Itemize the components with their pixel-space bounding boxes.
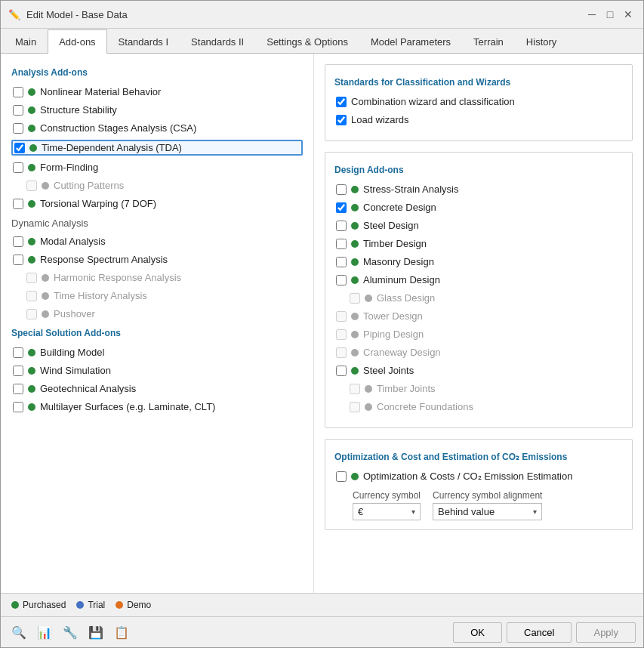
- search-button[interactable]: 🔍: [8, 622, 29, 643]
- list-item: Concrete Design: [334, 201, 623, 214]
- concrete-design-checkbox[interactable]: [336, 202, 347, 213]
- pushover-checkbox[interactable]: [26, 309, 37, 319]
- maximize-button[interactable]: □: [602, 7, 618, 22]
- chevron-down-icon: ▾: [411, 508, 415, 516]
- list-item: Timber Design: [334, 237, 623, 250]
- list-item: Harmonic Response Analysis: [25, 271, 303, 284]
- stress-strain-checkbox[interactable]: [336, 184, 347, 195]
- tda-checkbox[interactable]: [14, 143, 25, 153]
- standards-title: Standards for Classification and Wizards: [334, 77, 623, 88]
- tool-button[interactable]: 🔧: [60, 622, 81, 643]
- design-addons-section: Design Add-ons Stress-Strain Analysis Co…: [325, 152, 633, 428]
- apply-button[interactable]: Apply: [576, 622, 636, 643]
- tab-history[interactable]: History: [515, 29, 568, 54]
- concrete-foundations-checkbox[interactable]: [350, 402, 360, 412]
- craneway-design-label: Craneway Design: [363, 347, 441, 358]
- glass-design-checkbox[interactable]: [350, 293, 360, 304]
- time-history-checkbox[interactable]: [26, 291, 37, 301]
- purchased-dot: [28, 367, 35, 375]
- demo-dot: [42, 182, 49, 190]
- minimize-button[interactable]: ─: [584, 7, 599, 22]
- stress-strain-label: Stress-Strain Analysis: [363, 184, 458, 195]
- close-button[interactable]: ✕: [621, 7, 636, 22]
- demo-legend-dot: [116, 601, 123, 609]
- load-wizards-label: Load wizards: [351, 114, 409, 125]
- currency-symbol-select[interactable]: € ▾: [353, 503, 421, 520]
- bottom-bar: 🔍 📊 🔧 💾 📋 OK Cancel Apply: [1, 616, 643, 647]
- currency-alignment-label: Currency symbol alignment: [433, 490, 542, 501]
- save-button[interactable]: 💾: [85, 622, 106, 643]
- masonry-design-checkbox[interactable]: [336, 257, 347, 267]
- geotechnical-checkbox[interactable]: [13, 384, 23, 394]
- list-item: Pushover: [25, 307, 303, 320]
- building-model-checkbox[interactable]: [13, 347, 23, 358]
- design-addons-title: Design Add-ons: [334, 165, 623, 175]
- left-panel: Analysis Add-ons Nonlinear Material Beha…: [1, 54, 314, 593]
- tower-design-checkbox[interactable]: [336, 311, 347, 322]
- list-item: Steel Design: [334, 219, 623, 232]
- purchased-dot: [351, 367, 359, 375]
- load-wizards-checkbox[interactable]: [336, 115, 347, 125]
- list-item: Craneway Design: [334, 346, 623, 359]
- harmonic-checkbox[interactable]: [26, 273, 37, 283]
- purchased-dot: [29, 144, 37, 152]
- response-spectrum-checkbox[interactable]: [13, 255, 23, 265]
- right-panel: Standards for Classification and Wizards…: [314, 54, 643, 593]
- dynamic-title: Dynamic Analysis: [11, 218, 303, 229]
- ok-button[interactable]: OK: [453, 622, 502, 643]
- legend-purchased: Purchased: [11, 600, 66, 610]
- gray-dot: [351, 313, 359, 320]
- trial-legend-label: Trial: [88, 600, 105, 610]
- window-icon: ✏️: [8, 9, 20, 20]
- purchased-dot: [28, 349, 35, 356]
- tab-settings-options[interactable]: Settings & Options: [255, 29, 359, 54]
- currency-alignment-select[interactable]: Behind value ▾: [433, 503, 542, 520]
- timber-joints-checkbox[interactable]: [350, 384, 360, 394]
- list-item: Form-Finding: [11, 161, 303, 174]
- list-item: Construction Stages Analysis (CSA): [11, 122, 303, 134]
- cutting-patterns-checkbox[interactable]: [26, 181, 37, 191]
- tab-terrain[interactable]: Terrain: [462, 29, 515, 54]
- timber-design-checkbox[interactable]: [336, 239, 347, 249]
- tab-model-parameters[interactable]: Model Parameters: [359, 29, 462, 54]
- data-button[interactable]: 📊: [34, 622, 55, 643]
- list-item: Glass Design: [348, 292, 623, 304]
- tab-standards2[interactable]: Standards II: [180, 29, 255, 54]
- modal-label: Modal Analysis: [40, 236, 106, 247]
- copy-button[interactable]: 📋: [111, 622, 132, 643]
- response-spectrum-label: Response Spectrum Analysis: [40, 254, 168, 265]
- standards-section: Standards for Classification and Wizards…: [325, 64, 633, 141]
- cancel-button[interactable]: Cancel: [507, 622, 572, 643]
- tab-standards1[interactable]: Standards I: [107, 29, 180, 54]
- gray-dot: [42, 274, 49, 282]
- purchased-dot: [351, 222, 359, 230]
- form-finding-checkbox[interactable]: [13, 162, 23, 173]
- torsional-checkbox[interactable]: [13, 199, 23, 209]
- combination-wizard-checkbox[interactable]: [336, 97, 347, 107]
- multilayer-checkbox[interactable]: [13, 402, 23, 412]
- steel-design-checkbox[interactable]: [336, 221, 347, 231]
- piping-design-checkbox[interactable]: [336, 329, 347, 340]
- purchased-dot: [28, 403, 35, 411]
- list-item: Torsional Warping (7 DOF): [11, 197, 303, 210]
- legend-demo: Demo: [116, 600, 151, 610]
- list-item: Time History Analysis: [25, 289, 303, 302]
- tda-label: Time-Dependent Analysis (TDA): [42, 142, 182, 153]
- steel-joints-checkbox[interactable]: [336, 366, 347, 376]
- nonlinear-checkbox[interactable]: [13, 87, 23, 97]
- modal-checkbox[interactable]: [13, 236, 23, 247]
- tab-main[interactable]: Main: [4, 29, 48, 54]
- purchased-dot: [351, 473, 359, 480]
- wind-simulation-checkbox[interactable]: [13, 366, 23, 376]
- csa-checkbox[interactable]: [13, 123, 23, 134]
- aluminum-design-checkbox[interactable]: [336, 275, 347, 285]
- craneway-design-checkbox[interactable]: [336, 347, 347, 358]
- torsional-label: Torsional Warping (7 DOF): [40, 198, 156, 209]
- tab-addons[interactable]: Add-ons: [48, 29, 106, 54]
- demo-legend-label: Demo: [127, 600, 151, 610]
- purchased-dot: [351, 204, 359, 211]
- optimization-checkbox[interactable]: [336, 471, 347, 482]
- structure-stability-checkbox[interactable]: [13, 105, 23, 116]
- list-item: Stress-Strain Analysis: [334, 183, 623, 196]
- list-item: Geotechnical Analysis: [11, 382, 303, 395]
